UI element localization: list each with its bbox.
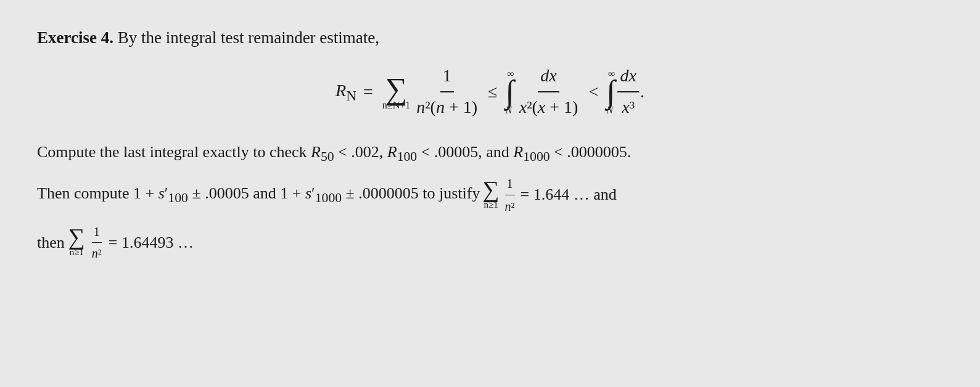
integral2-symbol: ∞ ∫ N — [606, 66, 615, 118]
paragraph3-frac: 1 n² — [90, 222, 104, 263]
leq-sign: ≤ — [484, 78, 501, 106]
exercise-subtitle: By the integral test remainder estimate, — [118, 28, 379, 47]
then-label: then — [37, 230, 65, 256]
integral1-fraction: dx x²(x + 1) — [517, 62, 581, 121]
rn-sub: N — [346, 87, 356, 103]
exercise-label: Exercise 4. — [37, 28, 113, 47]
period: . — [640, 78, 644, 106]
paragraph2: Then compute 1 + s′100 ± .00005 and 1 + … — [37, 173, 943, 217]
sigma-subscript: n≥N+1 — [382, 100, 410, 110]
paragraph1: Compute the last integral exactly to che… — [37, 139, 943, 168]
main-formula: RN = ∑ n≥N+1 1 n²(n + 1) ≤ ∞ ∫ N — [336, 62, 644, 121]
paragraph2-sigma: ∑ n≥1 — [482, 177, 499, 213]
paragraph3-result: = 1.64493 … — [109, 230, 194, 256]
rn-symbol: RN — [336, 77, 356, 107]
int1-frac-numer: dx — [538, 62, 559, 92]
paragraph2-text: Then compute 1 + s′100 ± .00005 and 1 + … — [37, 180, 480, 210]
paragraph2-result: = 1.644 … and — [521, 181, 617, 208]
int2-frac-denom: x³ — [619, 92, 637, 121]
paragraph2-frac: 1 n² — [503, 173, 517, 217]
int1-frac-denom: x²(x + 1) — [517, 92, 581, 121]
exercise-title: Exercise 4. By the integral test remaind… — [37, 25, 943, 51]
main-fraction: 1 n²(n + 1) — [414, 62, 480, 121]
summation-symbol: ∑ n≥N+1 — [382, 73, 410, 110]
paragraph3-sigma: ∑ n≥1 — [68, 225, 85, 259]
equals-sign: = — [359, 78, 377, 106]
paragraph3: then ∑ n≥1 1 n² = 1.64493 … — [37, 222, 943, 263]
integral1-group: ∞ ∫ N dx x²(x + 1) — [504, 62, 582, 121]
lt-sign: < — [584, 78, 603, 106]
frac-denominator: n²(n + 1) — [414, 92, 480, 121]
main-formula-line: RN = ∑ n≥N+1 1 n²(n + 1) ≤ ∞ ∫ N — [37, 62, 943, 121]
integral1-symbol: ∞ ∫ N — [505, 66, 514, 118]
main-content: Exercise 4. By the integral test remaind… — [37, 25, 943, 263]
integral2-group: ∞ ∫ N dx x³ — [605, 62, 640, 121]
integral2-fraction: dx x³ — [617, 62, 638, 121]
frac-numerator: 1 — [440, 62, 454, 92]
int2-frac-numer: dx — [617, 62, 638, 92]
